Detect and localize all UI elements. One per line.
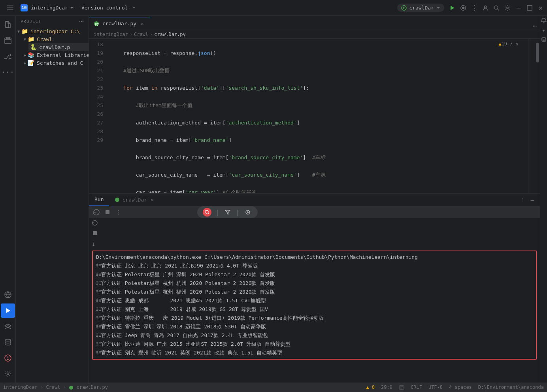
panel-tab-crawldar[interactable]: crawlDar ✕ — [109, 194, 160, 206]
files-icon[interactable] — [1, 17, 15, 32]
svg-text:py: py — [95, 22, 99, 26]
status-left: interingDcar › Crawl › crawlDar.py — [3, 384, 108, 390]
run-button[interactable] — [449, 5, 455, 11]
folder-icon: 📁 — [21, 28, 28, 34]
tree-label-crawl: Crawl — [37, 36, 52, 42]
svg-point-25 — [8, 359, 8, 360]
hamburger-menu-icon[interactable] — [3, 1, 17, 15]
status-env[interactable]: D:\Environment\anaconda — [478, 384, 544, 390]
tree-item-scratches[interactable]: ▶ 📝 Scratches and C — [22, 59, 89, 67]
maximize-button[interactable] — [526, 5, 533, 11]
editor-area: py crawlDar.py ✕ ⋯ interingDcar › Crawl … — [89, 16, 540, 383]
svg-point-40 — [542, 38, 546, 39]
svg-point-32 — [115, 198, 119, 202]
code-line-22: authentication_method = item['authentica… — [111, 119, 528, 127]
code-line-18: responseList = response.json() — [111, 49, 528, 58]
tree-label-ext-libs: External Librarie — [37, 52, 89, 58]
code-line-23: brand_name = item['brand_name'] — [111, 136, 528, 145]
panel-tab-right: ⋮ — — [518, 196, 540, 204]
breadcrumb-crawl[interactable]: Crawl — [134, 32, 148, 37]
status-encoding[interactable]: UTF-8 — [428, 384, 443, 390]
filter-btn[interactable] — [223, 208, 232, 217]
project-icon[interactable] — [1, 33, 15, 47]
code-editor[interactable]: ▲19 ∧ ∨ 18 19 20 21 22 23 24 25 26 27 2 — [89, 39, 528, 193]
panel-tab-close[interactable]: ✕ — [149, 197, 155, 203]
regex-btn[interactable] — [243, 208, 252, 217]
search-mode-btn[interactable] — [203, 208, 211, 217]
restart-small-btn[interactable] — [92, 220, 98, 228]
debug-button[interactable] — [460, 5, 466, 11]
panel-minimize-btn[interactable]: — — [528, 196, 537, 204]
code-line-25: car_source_city_name = item['car_source_… — [111, 171, 528, 179]
svg-point-34 — [205, 210, 208, 213]
panel-toolbar: ⋮ | — [89, 206, 540, 218]
settings-icon[interactable] — [504, 5, 511, 11]
close-button[interactable]: ✕ — [538, 5, 544, 11]
toolbar-stop-btn[interactable] — [103, 208, 112, 217]
toolbar-restart-btn[interactable] — [92, 208, 101, 217]
run-config[interactable]: crawlDar — [397, 4, 444, 12]
tab-more-button[interactable]: ⋯ — [530, 22, 540, 30]
python-file-icon: 🐍 — [30, 44, 37, 50]
tab-python-icon: py — [94, 21, 99, 26]
tree-item-root[interactable]: ▼ 📁 interingDcar C:\ — [16, 27, 89, 35]
more-button[interactable]: ⋮ — [471, 5, 477, 11]
breadcrumb-file[interactable]: crawlDar.py — [154, 32, 185, 37]
panel-tab-run[interactable]: Run — [89, 194, 109, 206]
svg-marker-4 — [451, 6, 455, 10]
collab-icon[interactable] — [1, 288, 15, 302]
panel-more-btn[interactable]: ⋮ — [518, 196, 526, 204]
ai-icon[interactable]: ✦ — [541, 27, 547, 33]
database-icon[interactable] — [1, 335, 15, 349]
tab-close-button[interactable]: ✕ — [140, 21, 145, 26]
tab-crawldar[interactable]: py crawlDar.py ✕ — [89, 17, 150, 30]
code-line-20: for item in responseList['data']['search… — [111, 84, 528, 92]
tree-item-crawl[interactable]: ▼ 📁 Crawl — [22, 35, 89, 43]
breadcrumb-root[interactable]: interingDcar — [94, 32, 128, 37]
dots-icon[interactable]: ··· — [1, 65, 15, 79]
status-position[interactable]: 29:9 — [381, 384, 392, 390]
search-icon[interactable] — [493, 5, 500, 11]
output-line-10: 非官方认证 比亚迪 河源 广州 2015 比亚迪S7 2015款 2.0T 升级… — [96, 340, 533, 349]
minimize-button[interactable]: — — [515, 5, 522, 11]
code-line-24: brand_source_city_name = item['brand_sou… — [111, 153, 528, 162]
version-control-menu[interactable]: Version control — [77, 3, 140, 12]
folder-crawl-icon: 📁 — [28, 36, 34, 42]
status-breadcrumb[interactable]: interingDcar › Crawl › crawlDar.py — [3, 384, 108, 390]
sidebar-more-icon[interactable] — [79, 19, 84, 24]
svg-rect-11 — [527, 6, 532, 10]
output-line-6: 非官方认证 别克 上海 2019 君威 2019款 GS 28T 尊贵型 国V — [96, 305, 533, 314]
git-icon[interactable]: ⎇ — [1, 49, 15, 63]
code-line-21: #取出item里面每一个值 — [111, 101, 528, 110]
stop-small-btn[interactable] — [92, 230, 98, 239]
toolbar-sep-1: | — [215, 209, 219, 216]
sidebar-header: Project — [16, 16, 89, 27]
toolbar-dots-btn[interactable]: ⋮ — [114, 208, 123, 217]
activity-bar-bottom — [1, 280, 15, 381]
profile-icon[interactable] — [482, 5, 489, 11]
status-line-ending[interactable]: CRLF — [411, 384, 422, 390]
output-cmd: D:\Environment\anaconda\python.exe C:\Us… — [96, 253, 533, 262]
layers-icon[interactable] — [1, 319, 15, 334]
notification-icon[interactable] — [541, 17, 547, 24]
tree-arrow-scratches: ▶ — [24, 61, 26, 65]
settings-side-icon[interactable] — [1, 367, 15, 381]
svg-point-22 — [5, 339, 11, 341]
output-line-4: 非官方认证 Polestar极星 杭州 福州 2020 Polestar 2 2… — [96, 288, 533, 296]
sidebar-tree: ▼ 📁 interingDcar C:\ ▼ 📁 Crawl 🐍 crawlDa… — [16, 27, 89, 383]
run-active-icon[interactable] — [1, 303, 15, 318]
tab-label: crawlDar.py — [102, 21, 136, 26]
tree-item-crawldar[interactable]: 🐍 crawlDar.p — [28, 43, 89, 51]
output-line-1: 非官方认证 北京 北京 北京 2021 北京BJ90 2021款 4.0T 尊驾… — [96, 262, 533, 270]
right-sidebar: ✦ — [540, 16, 547, 383]
status-indent[interactable]: 4 spaces — [449, 384, 472, 390]
regex-icon — [245, 209, 251, 215]
output-line-7: 非官方认证 特斯拉 重庆 庆 2019 Model 3(进口) 2019款 Pe… — [96, 314, 533, 322]
status-warning[interactable]: ▲ 0 — [366, 384, 375, 390]
code-line-26: car_year = item['car_year'] #什么时候买的 — [111, 188, 528, 193]
svg-point-26 — [7, 373, 9, 375]
db-right-icon[interactable] — [541, 36, 547, 43]
app-title[interactable]: interingDcar — [31, 5, 74, 11]
tree-item-ext-libs[interactable]: ▶ 📚 External Librarie — [22, 51, 89, 59]
warning-icon[interactable] — [1, 351, 15, 365]
